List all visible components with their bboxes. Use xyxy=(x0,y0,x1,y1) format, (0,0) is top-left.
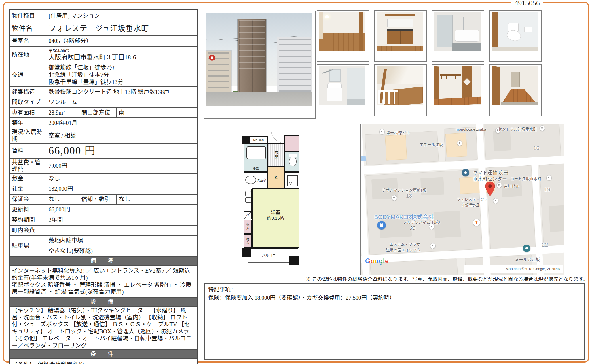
map-label[interactable]: セントラル江坂垂水町 xyxy=(498,126,537,132)
plan-mb-label: MB xyxy=(253,139,257,142)
place-pin-icon[interactable] xyxy=(457,140,462,146)
row-value: 28.9m² xyxy=(46,107,79,118)
bodymaker-store-pin-icon[interactable] xyxy=(377,221,386,230)
plan-closet-2: 物入 xyxy=(244,234,252,248)
map-label[interactable]: 江坂公園エイジアム xyxy=(386,247,421,253)
row-value: 0405（4階部分） xyxy=(46,36,198,46)
bathtub xyxy=(455,30,479,42)
map-attribution: Map data ©2018 Google, ZENRIN xyxy=(464,265,563,273)
table-row: 間取タイプ ワンルーム xyxy=(9,97,198,107)
table-row: 築年 2004年01月 xyxy=(9,118,198,128)
plan-main-room: 洋室 約9.15帖 xyxy=(252,188,299,248)
map-label[interactable]: 垂水町センター xyxy=(473,175,507,182)
photo-living-room xyxy=(317,10,369,62)
map-block-number: 22 xyxy=(542,242,548,248)
postal-code: 〒564-0062 xyxy=(49,49,195,54)
photo-closet xyxy=(432,64,484,116)
plan-kitchen-label: K xyxy=(274,175,278,181)
map-label[interactable]: アスール江坂 xyxy=(420,142,443,147)
access-line: 阪急千里線「豊津」徒歩13分 xyxy=(49,79,195,86)
google-logo[interactable]: Google xyxy=(365,257,389,265)
row-value xyxy=(46,225,198,236)
bath-floor xyxy=(452,43,481,51)
map-label[interactable]: 吉川ビル xyxy=(504,183,519,189)
row-value: [住居用] マンション xyxy=(46,10,198,22)
row-value: 2004年01月 xyxy=(46,118,198,128)
plan-pillar xyxy=(289,256,299,265)
plan-fridge-label: 冷 xyxy=(246,214,249,217)
table-row: 物件名 フォレステージュ江坂垂水町 xyxy=(9,22,198,36)
map-label[interactable]: コート江坂垂水町 xyxy=(510,176,541,181)
property-flyer: { "page": { "doc_number": "4915056", "di… xyxy=(0,0,592,364)
access-line: 北急線「江坂」徒歩7分 xyxy=(49,71,195,79)
document-number: 4915056 xyxy=(511,0,543,7)
plan-bathroom: 浴室 xyxy=(244,143,268,172)
table-row: 号室名 0405（4階部分） xyxy=(9,36,198,46)
map-box[interactable]: 7 第一福徳ビル monolocaleEsaka アスール江坂 セントラル江坂垂… xyxy=(360,124,564,275)
plan-closet-label: 物入 xyxy=(246,238,250,245)
row-value: 66,000円 xyxy=(46,205,198,215)
place-pin-icon[interactable] xyxy=(430,243,436,249)
plan-sink xyxy=(245,176,256,184)
row-label: 間取タイプ xyxy=(9,97,46,107)
place-pin-icon[interactable] xyxy=(540,125,545,131)
toilet-floor xyxy=(492,47,538,51)
row-value: なし xyxy=(46,194,79,205)
counter-top xyxy=(387,29,413,31)
plan-balcony-label: バルコニー xyxy=(262,253,279,258)
place-pin-icon[interactable] xyxy=(546,175,552,180)
washbasin-image xyxy=(319,66,365,105)
plan-closet-label: 物入 xyxy=(246,223,250,230)
section-title: 設 備 xyxy=(9,298,198,306)
map-label[interactable]: ミールズ江坂 xyxy=(515,256,540,262)
table-row: 建築構造 鉄骨鉄筋コンクリート造 地上13階 総戸数138戸 xyxy=(9,87,198,97)
basin-cabinet xyxy=(327,88,342,101)
photo-loft xyxy=(374,64,427,116)
place-pin-icon[interactable] xyxy=(493,198,498,203)
toilet-image xyxy=(492,12,538,51)
map-label[interactable]: monolocaleEsaka xyxy=(456,127,486,132)
google-map[interactable]: 7 第一福徳ビル monolocaleEsaka アスール江坂 セントラル江坂垂… xyxy=(361,124,564,275)
map-label[interactable]: 第一福徳ビル xyxy=(386,129,410,135)
property-name: フォレステージュ江坂垂水町 xyxy=(46,22,198,36)
place-pin-icon[interactable] xyxy=(379,129,385,134)
row-value: 132,000円 xyxy=(46,184,198,194)
kitchen-top-trim xyxy=(385,14,415,16)
door-frame xyxy=(492,12,498,51)
ceiling-light xyxy=(325,15,329,18)
map-label[interactable]: エステム・プラザ xyxy=(389,241,420,247)
table-row: 【キッチン】 給湯器（電気）・IHクッキングヒーター 【水廻り】 風呂・洗面台・… xyxy=(9,306,198,350)
map-label-subject-property[interactable]: 江坂垂水町 xyxy=(461,202,481,208)
plan-meterbox: MB 電温 xyxy=(249,136,268,144)
wood-floor xyxy=(319,33,365,51)
section-band-conditions: 条 件 xyxy=(9,350,198,359)
meals-pin-icon[interactable] xyxy=(523,245,530,252)
red-map-marker-icon[interactable] xyxy=(485,181,495,196)
map-label[interactable]: ノルデンハイム江坂2 xyxy=(403,219,440,225)
row-value: 鉄骨鉄筋コンクリート造 地上13階 総戸数138戸 xyxy=(46,87,198,97)
map-label[interactable]: チサンマンション第6江坂 xyxy=(382,187,427,193)
hooks xyxy=(441,76,460,79)
yamato-pin-icon[interactable] xyxy=(462,169,469,176)
table-row: 現況/入居時期 空室 / 相談 xyxy=(9,128,198,143)
table-row: 交通 御堂筋線「江坂」徒歩7分 北急線「江坂」徒歩7分 阪急千里線「豊津」徒歩1… xyxy=(9,63,198,87)
seven-eleven-pin-icon[interactable]: 7 xyxy=(473,219,480,226)
table-row: 所在地 〒564-0062 大阪府吹田市垂水町３丁目18-6 xyxy=(9,46,198,63)
map-label-subject-property[interactable]: フォレステージュ xyxy=(457,196,487,202)
row-label: 保証金 xyxy=(9,194,46,205)
map-block-number: 23 xyxy=(410,226,415,231)
table-row: 【条件】 保証会社利用必須 xyxy=(9,359,198,364)
floorplan-drawing: MB 電温 玄関 浴室 洗面室 K ロフト 約1.2帖 洋室 約9.15帖 xyxy=(242,127,300,271)
photo-hallway xyxy=(489,64,542,116)
place-pin-icon[interactable] xyxy=(392,195,397,201)
row-value: 空室 / 相談 xyxy=(46,128,198,143)
plan-washroom: 洗面室 xyxy=(244,172,268,188)
place-pin-icon[interactable] xyxy=(496,182,502,188)
address-cell: 〒564-0062 大阪府吹田市垂水町３丁目18-6 xyxy=(46,46,198,63)
living-room-image xyxy=(319,12,365,51)
remarks-line: 宅配ボックス 暗証番号 ・ 管理形態 清掃 ・ エレベータ 各階有 ・ 冷暖房一… xyxy=(12,281,195,296)
row-value: ワンルーム xyxy=(46,97,198,107)
table-row: インターネット無料化導入!! ／ 広いエントランス・EV2基♪ ／ 短期違約金有… xyxy=(9,265,198,298)
row-label: 敷金 xyxy=(9,174,46,184)
plan-entrance-label: 玄関 xyxy=(274,151,279,159)
